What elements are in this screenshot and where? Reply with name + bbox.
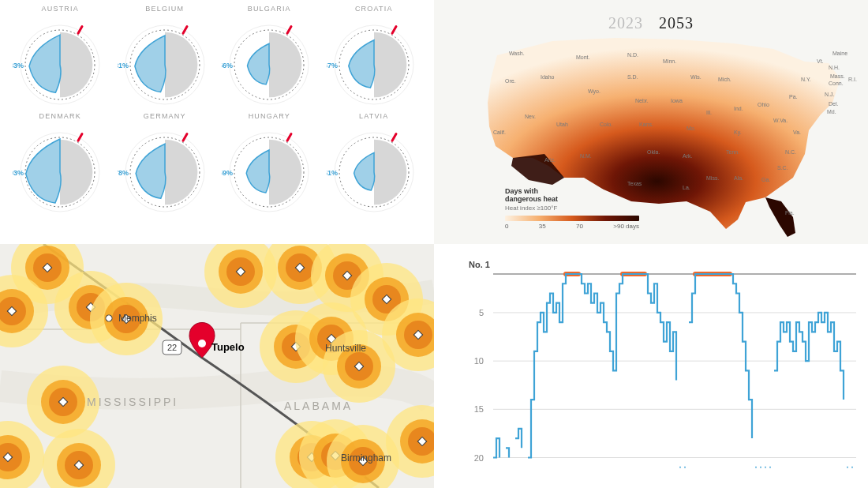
svg-text:Md.: Md. — [827, 109, 836, 114]
svg-text:56%: 56% — [222, 62, 233, 69]
radial-croatia: CROATIA67% — [322, 3, 427, 111]
radial-title: BULGARIA — [248, 5, 291, 13]
radial-title: DENMARK — [39, 112, 81, 120]
svg-text:Idaho: Idaho — [541, 74, 555, 80]
toggle-option-2023[interactable]: 2023 — [608, 14, 643, 32]
svg-text:Nev.: Nev. — [525, 114, 536, 119]
svg-text:Conn.: Conn. — [829, 81, 844, 86]
svg-text:15: 15 — [474, 404, 484, 414]
label-tupelo: Tupelo — [211, 341, 245, 353]
radial-bulgaria: BULGARIA56% — [217, 3, 322, 111]
svg-text:Mass.: Mass. — [830, 73, 845, 79]
toggle-option-2053[interactable]: 2053 — [659, 14, 694, 32]
radial-title: HUNGARY — [249, 112, 290, 120]
region-map-svg: 22 Memphis Tupelo Huntsville Birmingham … — [0, 244, 434, 488]
legend-gradient — [505, 216, 639, 221]
svg-text:5: 5 — [479, 308, 484, 317]
svg-text:Kans.: Kans. — [639, 122, 653, 127]
florida — [765, 197, 795, 237]
svg-text:Wis.: Wis. — [690, 74, 702, 80]
svg-text:59%: 59% — [222, 169, 233, 177]
svg-text:N.Y.: N.Y. — [801, 77, 811, 82]
svg-text:Ill.: Ill. — [706, 110, 712, 115]
heat-legend: Days with dangerous heat Heat index ≥100… — [505, 188, 639, 230]
svg-text:N.D.: N.D. — [627, 52, 638, 58]
svg-text:Ore.: Ore. — [505, 78, 516, 84]
highway-shield-22: 22 — [163, 340, 181, 355]
svg-text:Mich.: Mich. — [718, 77, 731, 82]
svg-text:20: 20 — [474, 453, 484, 463]
svg-text:10: 10 — [474, 356, 484, 366]
svg-text:Miss.: Miss. — [706, 175, 719, 181]
svg-text:Calif.: Calif. — [493, 130, 506, 135]
radial-germany: GERMANY78% — [113, 111, 218, 218]
svg-text:N.J.: N.J. — [825, 92, 835, 97]
year-toggle[interactable]: 2023 2053 — [608, 14, 694, 32]
label-birmingham: Birmingham — [341, 452, 391, 464]
svg-text:Ala.: Ala. — [734, 175, 743, 181]
svg-text:Vt.: Vt. — [817, 58, 824, 64]
svg-text:La.: La. — [683, 185, 690, 190]
svg-text:Ind.: Ind. — [734, 106, 743, 111]
radial-austria: AUSTRIA83% — [8, 3, 113, 111]
svg-text:Pa.: Pa. — [789, 94, 798, 99]
svg-text:Ark.: Ark. — [683, 153, 693, 159]
svg-text:Utah: Utah — [556, 122, 568, 127]
svg-text:S.C.: S.C. — [777, 165, 788, 171]
svg-point-160 — [198, 340, 206, 347]
svg-text:N.H.: N.H. — [829, 65, 840, 70]
legend-ticks: 0 35 70 >90 days — [505, 223, 639, 230]
svg-text:93%: 93% — [13, 169, 24, 177]
us-map-svg: Wash. Ore. Idaho Mont. N.D. S.D. Minn. W… — [434, 0, 868, 244]
panel-ranking-line: No. 1 5101520 — [434, 244, 868, 488]
svg-text:22: 22 — [167, 343, 177, 352]
svg-text:Mo.: Mo. — [687, 126, 696, 131]
legend-subtitle: Heat index ≥100°F — [505, 205, 639, 212]
svg-text:Ga.: Ga. — [761, 177, 770, 182]
svg-text:Fla.: Fla. — [785, 210, 795, 216]
svg-text:67%: 67% — [327, 62, 338, 69]
radial-latvia: LATVIA51% — [322, 111, 427, 218]
svg-text:Wyo.: Wyo. — [588, 88, 600, 95]
legend-title-2: dangerous heat — [505, 196, 639, 204]
radial-title: GERMANY — [144, 112, 186, 120]
svg-text:W.Va.: W.Va. — [773, 118, 788, 123]
axis-label-no1: No. 1 — [469, 260, 490, 269]
label-huntsville: Huntsville — [325, 343, 366, 354]
svg-text:Va.: Va. — [793, 130, 801, 135]
panel-us-heat-map: 2023 2053 Wash. Ore. — [434, 0, 868, 244]
svg-text:Nebr.: Nebr. — [635, 98, 649, 103]
svg-text:83%: 83% — [13, 62, 24, 69]
radial-belgium: BELGIUM81% — [113, 3, 218, 111]
svg-text:78%: 78% — [118, 169, 129, 177]
panel-radial-multiples: AUSTRIA83%BELGIUM81%BULGARIA56%CROATIA67… — [0, 0, 434, 244]
svg-text:Ohio: Ohio — [758, 102, 769, 107]
svg-text:Ky.: Ky. — [734, 130, 742, 136]
svg-text:N.M.: N.M. — [580, 153, 592, 159]
radial-title: LATVIA — [359, 112, 389, 120]
svg-text:Maine: Maine — [832, 51, 847, 56]
svg-text:Minn.: Minn. — [663, 58, 676, 64]
svg-text:Colo.: Colo. — [600, 122, 612, 127]
label-memphis: Memphis — [118, 313, 157, 324]
svg-text:Iowa: Iowa — [671, 98, 683, 103]
svg-text:Wash.: Wash. — [509, 51, 525, 56]
svg-text:N.C.: N.C. — [785, 149, 796, 155]
svg-text:81%: 81% — [118, 62, 129, 69]
svg-text:51%: 51% — [327, 169, 338, 177]
ranking-svg: No. 1 5101520 — [434, 244, 868, 488]
svg-text:Del.: Del. — [829, 101, 839, 107]
radial-title: AUSTRIA — [42, 5, 79, 13]
svg-text:Tenn.: Tenn. — [726, 149, 739, 155]
label-alabama: ALABAMA — [284, 400, 353, 412]
svg-text:S.D.: S.D. — [627, 74, 638, 80]
panel-region-map: 22 Memphis Tupelo Huntsville Birmingham … — [0, 244, 434, 488]
svg-text:Ariz.: Ariz. — [544, 157, 556, 163]
svg-text:R.I.: R.I. — [848, 77, 857, 82]
label-mississippi: MISSISSIPPI — [87, 396, 178, 408]
radial-title: BELGIUM — [145, 5, 184, 13]
radial-hungary: HUNGARY59% — [217, 111, 322, 218]
radial-title: CROATIA — [355, 5, 393, 13]
radial-denmark: DENMARK93% — [8, 111, 113, 218]
svg-text:Okla.: Okla. — [647, 149, 660, 155]
